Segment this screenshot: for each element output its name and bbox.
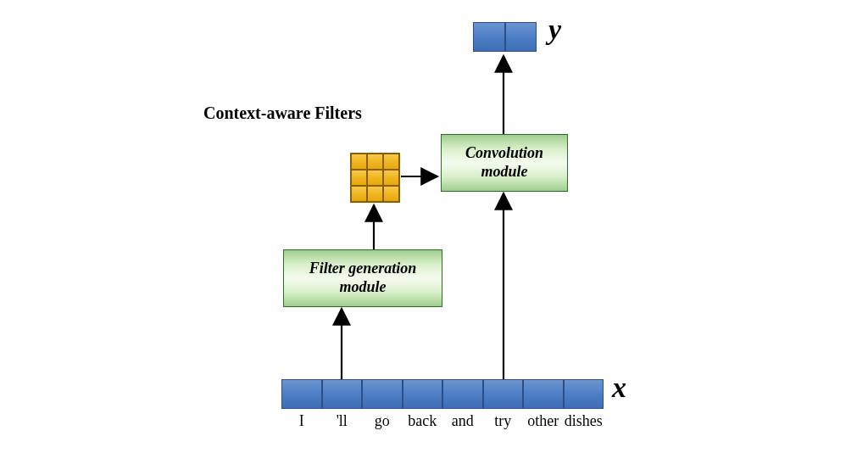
arrow-x-to-filtergen: [0, 0, 868, 453]
diagram-canvas: y Context-aware Filters Convolution modu…: [0, 0, 868, 453]
